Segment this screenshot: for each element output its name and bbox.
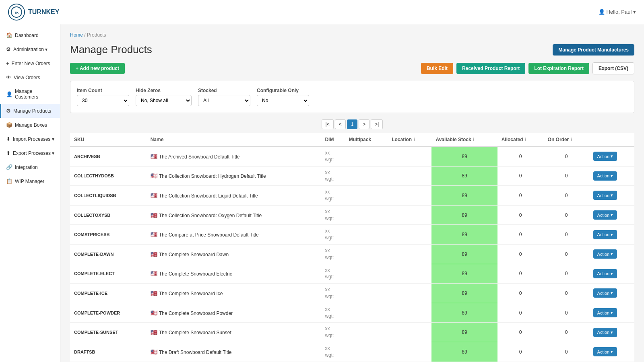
table-row: COMPLETE-SUNSET 🇺🇸The Complete Snowboard…: [70, 323, 634, 342]
breadcrumb-home[interactable]: Home: [70, 32, 83, 38]
cell-dim: xxwgt:: [321, 244, 345, 264]
page-first-button[interactable]: |<: [322, 119, 334, 129]
action-button[interactable]: Action ▾: [593, 249, 617, 259]
cell-action: Action ▾: [589, 264, 634, 284]
sidebar-item-wip-manager[interactable]: 📋 WIP Manager: [0, 174, 60, 188]
action-dropdown-icon: ▾: [611, 290, 613, 296]
table-header-row: SKU Name DIM Multipack Location ℹ Availa…: [70, 133, 634, 146]
svg-text:TK: TK: [14, 11, 19, 14]
cell-onorder: 0: [544, 323, 589, 342]
add-product-button[interactable]: + Add new product: [70, 63, 125, 74]
cell-onorder: 0: [544, 225, 589, 245]
cell-name: 🇺🇸The Archived Snowboard Default Title: [147, 146, 321, 166]
cell-name: 🇺🇸The Collection Snowboard: Hydrogen Def…: [147, 166, 321, 186]
col-stock: Available Stock ℹ: [431, 133, 497, 146]
cell-dim: xxwgt:: [321, 186, 345, 206]
table-row: COMATPRICESB 🇺🇸The Compare at Price Snow…: [70, 225, 634, 245]
cell-location: [388, 225, 431, 245]
cell-location: [388, 205, 431, 225]
action-button[interactable]: Action ▾: [593, 308, 617, 317]
cell-dim: xxwgt:: [321, 323, 345, 342]
cell-location: [388, 303, 431, 323]
user-menu[interactable]: 👤 Hello, Paul ▾: [599, 9, 636, 15]
sidebar-item-administration[interactable]: ⚙ Administration ▾: [0, 42, 60, 56]
export-csv-button[interactable]: Export (CSV): [592, 62, 634, 74]
action-button[interactable]: Action ▾: [593, 191, 617, 200]
cell-name: 🇺🇸The Complete Snowboard Electric: [147, 264, 321, 284]
action-button[interactable]: Action ▾: [593, 210, 617, 220]
cell-sku: COMPLETE-SUNSET: [70, 323, 147, 342]
table-row: COLLECTOXYSB 🇺🇸The Collection Snowboard:…: [70, 205, 634, 225]
action-button[interactable]: Action ▾: [593, 269, 617, 278]
configurable-label: Configurable Only: [257, 88, 309, 93]
cell-dim: xxwgt:: [321, 146, 345, 166]
received-report-button[interactable]: Received Product Report: [456, 63, 525, 74]
sidebar-item-enter-orders[interactable]: + Enter New Orders: [0, 56, 60, 70]
cell-multipack: [345, 205, 388, 225]
action-button[interactable]: Action ▾: [593, 328, 617, 337]
stocked-filter: Stocked All Yes No: [198, 88, 250, 106]
cell-location: [388, 146, 431, 166]
cell-allocated: 0: [497, 146, 544, 166]
sidebar-item-manage-products[interactable]: ⚙ Manage Products: [0, 104, 60, 118]
action-button[interactable]: Action ▾: [593, 152, 617, 161]
filter-row: Item Count 10 20 30 50 100 Hide Zeros No…: [77, 88, 627, 106]
sidebar-item-export-processes[interactable]: ⬆ Export Processes ▾: [0, 146, 60, 160]
manage-manufactures-button[interactable]: Manage Product Manufactures: [553, 44, 634, 56]
sidebar: 🏠 Dashboard ⚙ Administration ▾ + Enter N…: [0, 24, 60, 362]
cell-allocated: 0: [497, 264, 544, 284]
manage-products-icon: ⚙: [6, 108, 11, 114]
cell-stock: 89: [431, 166, 497, 186]
cell-name: 🇺🇸The Collection Snowboard: Oxygen Defau…: [147, 205, 321, 225]
bulk-edit-button[interactable]: Bulk Edit: [421, 63, 453, 74]
sidebar-item-integration[interactable]: 🔗 Integration: [0, 160, 60, 174]
export-processes-icon: ⬆: [6, 150, 10, 156]
cell-name: 🇺🇸The Compare at Price Snowboard Default…: [147, 225, 321, 245]
action-button[interactable]: Action ▾: [593, 288, 617, 298]
cell-allocated: 0: [497, 323, 544, 342]
cell-onorder: 0: [544, 342, 589, 362]
action-button[interactable]: Action ▾: [593, 347, 617, 356]
cell-dim: xxwgt:: [321, 166, 345, 186]
action-button[interactable]: Action ▾: [593, 171, 617, 181]
hide-zeros-select[interactable]: No, Show all Yes, Hide Zeros: [136, 95, 192, 106]
cell-location: [388, 166, 431, 186]
cell-stock: 89: [431, 303, 497, 323]
sidebar-label-administration: Administration ▾: [13, 47, 47, 52]
page-header: Manage Products Manage Product Manufactu…: [70, 43, 634, 56]
sidebar-item-dashboard[interactable]: 🏠 Dashboard: [0, 28, 60, 42]
lot-expiration-button[interactable]: Lot Expiration Report: [528, 63, 589, 74]
sidebar-item-view-orders[interactable]: 👁 View Orders: [0, 70, 60, 84]
page-current-button[interactable]: 1: [347, 119, 358, 129]
cell-action: Action ▾: [589, 244, 634, 264]
cell-sku: COLLECTHYDOSB: [70, 166, 147, 186]
cell-onorder: 0: [544, 244, 589, 264]
col-dim: DIM: [321, 133, 345, 146]
page-next-button[interactable]: >: [359, 119, 369, 129]
table-row: COMPLETE-ELECT 🇺🇸The Complete Snowboard …: [70, 264, 634, 284]
page-prev-button[interactable]: <: [335, 119, 346, 129]
cell-sku: ARCHIVESB: [70, 146, 147, 166]
cell-onorder: 0: [544, 303, 589, 323]
cell-multipack: [345, 244, 388, 264]
table-row: COLLECTLIQUIDSB 🇺🇸The Collection Snowboa…: [70, 186, 634, 206]
item-count-select[interactable]: 10 20 30 50 100: [77, 95, 129, 106]
sidebar-label-manage-boxes: Manage Boxes: [15, 122, 47, 128]
location-info-icon: ℹ: [413, 137, 415, 142]
configurable-select[interactable]: No Yes: [257, 95, 309, 106]
table-row: COMPLETE-ICE 🇺🇸The Complete Snowboard Ic…: [70, 284, 634, 303]
sidebar-label-enter-orders: Enter New Orders: [12, 61, 50, 66]
action-button[interactable]: Action ▾: [593, 230, 617, 239]
view-orders-icon: 👁: [6, 74, 11, 80]
sidebar-item-manage-customers[interactable]: 👤 Manage Customers: [0, 84, 60, 104]
sidebar-item-manage-boxes[interactable]: 📦 Manage Boxes: [0, 118, 60, 132]
sidebar-label-export-processes: Export Processes ▾: [13, 150, 54, 156]
breadcrumb: Home / Products: [70, 32, 634, 38]
stocked-select[interactable]: All Yes No: [198, 95, 250, 106]
cell-stock: 89: [431, 342, 497, 362]
logo: TK TURNKEY: [8, 4, 59, 21]
sidebar-item-import-processes[interactable]: ⬇ Import Processes ▾: [0, 132, 60, 146]
sidebar-label-wip-manager: WIP Manager: [15, 179, 44, 184]
configurable-filter: Configurable Only No Yes: [257, 88, 309, 106]
page-last-button[interactable]: >|: [371, 119, 383, 129]
